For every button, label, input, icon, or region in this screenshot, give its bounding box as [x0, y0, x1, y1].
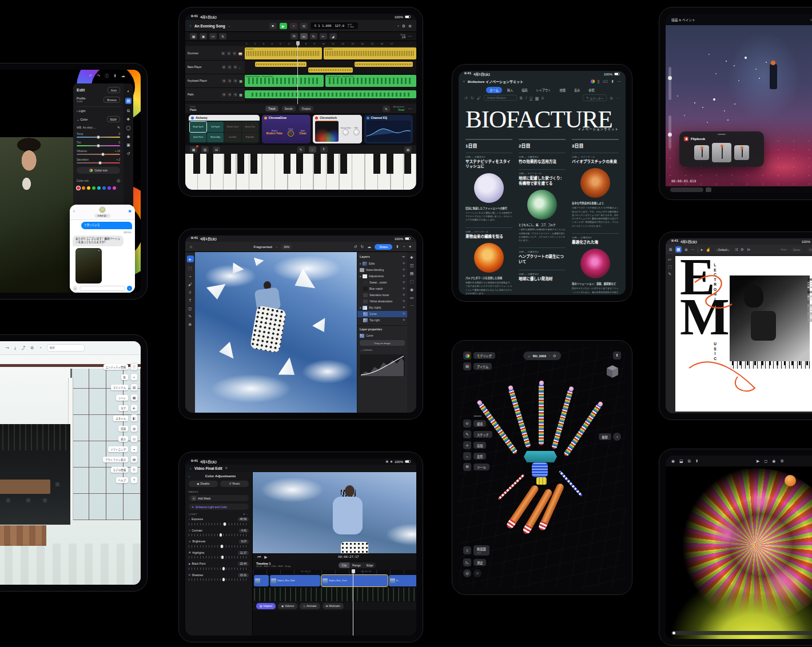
transform-icon[interactable]: ⇔	[463, 452, 471, 460]
geometry-icon[interactable]: ▣	[126, 143, 130, 147]
tab-clip[interactable]: Clip	[339, 562, 349, 568]
eye-icon[interactable]: ⊙	[403, 262, 405, 265]
items-button[interactable]: アイテム	[473, 363, 492, 370]
redo-icon[interactable]: ↷	[97, 74, 100, 78]
eye-icon[interactable]: ⊙	[403, 313, 405, 315]
eye-icon[interactable]: ⊙	[403, 269, 405, 271]
pointer-tool-icon[interactable]: ▸	[701, 247, 703, 251]
shadows-button[interactable]: ◗	[130, 373, 138, 381]
highlight-icon[interactable]: ▆	[535, 96, 538, 100]
play-icon[interactable]: ▶	[264, 555, 267, 559]
record-enable-button[interactable]: R	[233, 51, 237, 55]
undo-icon[interactable]: ↶	[89, 74, 92, 78]
cursor-tool-icon[interactable]: ▻	[668, 257, 671, 261]
back-icon[interactable]: ‹	[463, 79, 465, 84]
brush-opacity-slider[interactable]	[668, 115, 671, 149]
black-point-slider[interactable]: ◙Black Point15.44	[189, 562, 249, 570]
layer-row[interactable]: Saturation boost⊙	[357, 292, 407, 298]
stop-button[interactable]: ■	[269, 23, 277, 29]
lens-icon[interactable]: ◉	[126, 134, 130, 138]
document-pill[interactable]: ⌂ RH_0003 ◦ ⊖	[523, 352, 561, 360]
highlights-slider[interactable]: ❂Highlights11.27	[189, 551, 249, 559]
contrast-slider[interactable]: ◑Contrast4.41	[189, 529, 249, 537]
loop-tool-icon[interactable]: ↻	[310, 33, 317, 39]
project-menu-icon[interactable]: ◎	[225, 467, 228, 470]
eye-icon[interactable]: ⊙	[403, 294, 405, 297]
browse-button[interactable]: Browse	[104, 97, 120, 103]
drag-on-image-button[interactable]: Drag on image	[360, 340, 405, 346]
inspect-button[interactable]: ▤ Inspect	[256, 603, 276, 609]
eye-icon[interactable]: ⊙	[403, 287, 405, 290]
timeline-ruler[interactable]: 00:00:15 00:00:30 00:00:45	[253, 570, 416, 574]
share-icon[interactable]: ⬆	[611, 79, 614, 83]
help-icon[interactable]: ⓘ	[105, 74, 109, 78]
playback-scrubber[interactable]	[671, 631, 812, 635]
layers-icon[interactable]: ⧉	[688, 459, 691, 463]
render-mode-icon[interactable]	[463, 352, 471, 360]
history-clock-icon[interactable]: ◔	[613, 433, 621, 441]
settings-icon[interactable]: ✦	[408, 245, 412, 249]
lcd-display[interactable]: 5 1 1.086 127.0 4/4C maj	[311, 22, 358, 30]
volume-button[interactable]: ◉ Volume	[278, 603, 297, 609]
sketch-icon[interactable]: ✎	[463, 430, 471, 438]
select-tool-icon[interactable]: ⬚	[188, 266, 192, 270]
share-icon[interactable]: ⬆	[695, 459, 699, 463]
clip-selected[interactable]: Skyline_Blue_Close	[321, 575, 388, 586]
video-call-icon[interactable]: ▣	[128, 209, 132, 213]
track-row-pads[interactable]: Pads MSR ▩	[185, 88, 416, 102]
tab-output[interactable]: Output	[299, 106, 313, 111]
align-icon[interactable]: ⊪	[741, 247, 745, 251]
video-preview[interactable]	[253, 472, 416, 553]
home-icon[interactable]: ⌂	[190, 245, 192, 249]
distribute-icon[interactable]: ⊨	[747, 247, 751, 251]
brush-tool-icon[interactable]: 🖌	[188, 282, 192, 286]
tab-references[interactable]: 参照	[585, 87, 598, 93]
tab-draw[interactable]: 描画	[518, 87, 531, 93]
orbit-icon[interactable]: ◎	[463, 569, 471, 577]
layer-row-selected[interactable]: ✎Curve⊙	[357, 311, 407, 317]
magenta-dot[interactable]	[113, 186, 116, 190]
keyboard-icon[interactable]: ▤	[404, 146, 412, 153]
drag-handle[interactable]	[718, 134, 726, 135]
notifications-icon[interactable]: ◔	[39, 346, 41, 350]
add-icon[interactable]: ＋	[463, 441, 471, 449]
tab-sends[interactable]: Sends	[282, 106, 296, 111]
photoshop-canvas[interactable]	[195, 252, 357, 413]
move-tool-icon[interactable]: ▸	[187, 255, 194, 262]
frame-thumbnail[interactable]	[734, 145, 749, 160]
add-mask-button[interactable]: +Add Mask	[189, 495, 249, 501]
surface-icon[interactable]: ☼	[309, 146, 316, 153]
preset-cell[interactable]: Synth Pluck	[190, 133, 206, 143]
redo-icon[interactable]: ↻	[471, 96, 474, 100]
clip[interactable]: Skyline_Blue_Wide	[270, 575, 320, 586]
audio-region[interactable]	[355, 62, 413, 67]
plugin-alchemy[interactable]: Alchemy Bright Synth Soft Synth Metallic…	[189, 115, 260, 143]
vibrance-slider[interactable]: Vibrance+ 14	[77, 150, 120, 155]
cycle-button[interactable]: ⟲	[300, 23, 308, 29]
light-section[interactable]: › Light	[77, 109, 85, 113]
auto-button[interactable]: Auto	[108, 87, 120, 93]
style-selector[interactable]: ‹ Default ›	[714, 247, 732, 253]
mask-icon[interactable]: ⬚	[410, 279, 414, 283]
document-title[interactable]: Fragmented	[254, 245, 272, 249]
designer-icon[interactable]	[591, 79, 595, 83]
cloud-icon[interactable]: ☁	[367, 245, 371, 249]
poster-canvas[interactable]: E M LECTRONIC USIC AW SO	[675, 256, 812, 412]
history-button[interactable]: 履歴	[599, 433, 611, 440]
cloud-icon[interactable]: ☁	[121, 74, 125, 78]
tab-track[interactable]: Track	[265, 106, 278, 111]
teal-dot[interactable]	[97, 186, 101, 190]
target-icon[interactable]: ◎	[117, 178, 120, 182]
pencil-icon[interactable]: ✎	[297, 146, 305, 153]
pen-tool-icon[interactable]: ✎	[668, 272, 672, 276]
track-row-bass[interactable]: Bass Player MSR ♩	[185, 61, 416, 74]
tracks-view-icon[interactable]: ▦	[190, 33, 197, 39]
timeline-clip[interactable]	[706, 187, 711, 192]
plugin-chromaverb[interactable]: ChromaVerb Decay Time Wet	[313, 115, 361, 143]
bar-ruler[interactable]: 1 2 3 4 5 6 7 8 9 10 11 12 13 14 15 16 1…	[185, 41, 416, 47]
redo-icon[interactable]: ↻	[360, 245, 364, 249]
editor-button[interactable]: ✎ エディター	[583, 94, 607, 101]
help-icon[interactable]: ◔	[403, 245, 405, 249]
collapse-icon[interactable]: ⊖	[553, 354, 556, 358]
wet-knob[interactable]	[353, 129, 360, 135]
